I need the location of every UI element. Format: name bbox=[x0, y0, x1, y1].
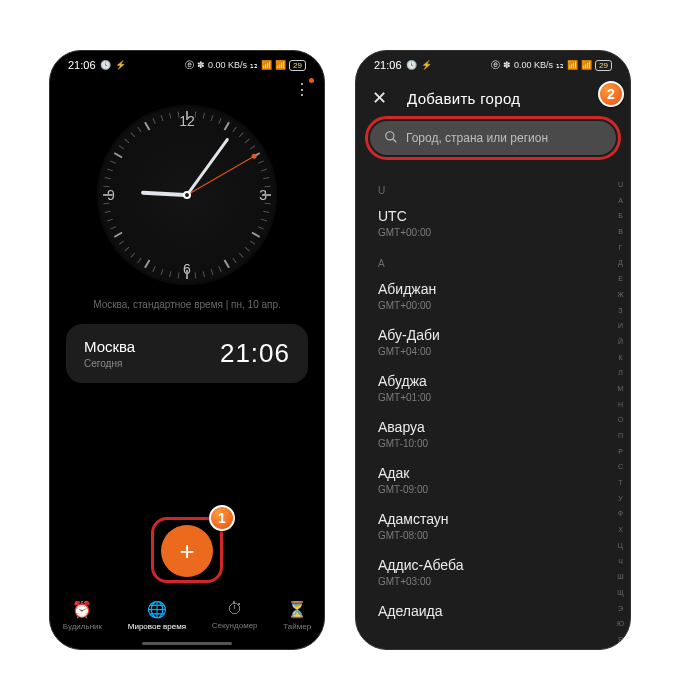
index-letter[interactable]: Щ bbox=[617, 589, 624, 596]
city-row[interactable]: Аделаида bbox=[378, 597, 608, 632]
city-row[interactable]: АбуджаGMT+01:00 bbox=[378, 367, 608, 413]
city-name: Аделаида bbox=[378, 603, 608, 619]
tab-Мировое время[interactable]: 🌐Мировое время bbox=[128, 600, 186, 631]
tab-Секундомер[interactable]: ⏱Секундомер bbox=[212, 600, 258, 630]
status-net: 0.00 KB/s bbox=[514, 60, 553, 70]
page-title: Добавить город bbox=[407, 90, 520, 107]
search-input[interactable]: Город, страна или регион bbox=[370, 121, 616, 155]
signal-icon: 📶 bbox=[261, 60, 272, 70]
city-row[interactable]: АбиджанGMT+00:00 bbox=[378, 275, 608, 321]
status-icon: ⚡ bbox=[421, 60, 432, 70]
index-letter[interactable]: И bbox=[617, 322, 624, 329]
status-icon: ₁₂ bbox=[250, 60, 258, 70]
index-letter[interactable]: Э bbox=[617, 605, 624, 612]
index-letter[interactable]: Е bbox=[617, 275, 624, 282]
status-icon: ✽ bbox=[197, 60, 205, 70]
city-subtitle: Сегодня bbox=[84, 358, 135, 369]
more-menu-icon[interactable]: ⋮ bbox=[294, 80, 308, 99]
second-hand bbox=[187, 156, 255, 196]
battery-icon: 29 bbox=[595, 60, 612, 71]
index-letter[interactable]: С bbox=[617, 463, 624, 470]
index-letter[interactable]: Г bbox=[617, 244, 624, 251]
index-letter[interactable]: К bbox=[617, 354, 624, 361]
tab-label: Мировое время bbox=[128, 622, 186, 631]
city-name: Аваруа bbox=[378, 419, 608, 435]
tab-icon: ⏰ bbox=[72, 600, 92, 619]
index-letter[interactable]: М bbox=[617, 385, 624, 392]
home-indicator bbox=[142, 642, 232, 645]
index-letter[interactable]: Ц bbox=[617, 542, 624, 549]
status-icon: ✽ bbox=[503, 60, 511, 70]
city-card[interactable]: Москва Сегодня 21:06 bbox=[66, 324, 308, 383]
index-letter[interactable]: У bbox=[617, 495, 624, 502]
city-gmt: GMT-09:00 bbox=[378, 484, 608, 495]
status-icon: 🕓 bbox=[100, 60, 111, 70]
index-letter[interactable]: Ю bbox=[617, 620, 624, 627]
status-icon: ⚡ bbox=[115, 60, 126, 70]
alpha-index[interactable]: UАБВГДЕЖЗИЙКЛМНОПРСТУФХЦЧШЩЭЮЯ bbox=[617, 181, 624, 643]
city-name: Адамстаун bbox=[378, 511, 608, 527]
index-letter[interactable]: А bbox=[617, 197, 624, 204]
status-net: 0.00 KB/s bbox=[208, 60, 247, 70]
city-row[interactable]: АдакGMT-09:00 bbox=[378, 459, 608, 505]
screen-world-clock: 21:06 🕓 ⚡ ⓔ ✽ 0.00 KB/s ₁₂ 📶 📶 29 ⋮ 12 3… bbox=[49, 50, 325, 650]
status-icon: 🕓 bbox=[406, 60, 417, 70]
city-row[interactable]: АдамстаунGMT-08:00 bbox=[378, 505, 608, 551]
index-letter[interactable]: О bbox=[617, 416, 624, 423]
city-name: UTC bbox=[378, 208, 608, 224]
index-letter[interactable]: Ш bbox=[617, 573, 624, 580]
index-letter[interactable]: Й bbox=[617, 338, 624, 345]
status-time: 21:06 bbox=[68, 59, 96, 71]
close-icon[interactable]: ✕ bbox=[372, 87, 387, 109]
svg-point-0 bbox=[386, 131, 394, 139]
city-gmt: GMT+01:00 bbox=[378, 392, 608, 403]
city-row[interactable]: Абу-ДабиGMT+04:00 bbox=[378, 321, 608, 367]
clock-center bbox=[183, 191, 191, 199]
add-city-fab[interactable]: + bbox=[161, 525, 213, 577]
status-bar: 21:06 🕓 ⚡ ⓔ ✽ 0.00 KB/s ₁₂ 📶 📶 29 bbox=[50, 51, 324, 75]
city-row[interactable]: Аддис-АбебаGMT+03:00 bbox=[378, 551, 608, 597]
index-letter[interactable]: П bbox=[617, 432, 624, 439]
city-name: Аддис-Абеба bbox=[378, 557, 608, 573]
index-letter[interactable]: U bbox=[617, 181, 624, 188]
svg-line-1 bbox=[393, 138, 397, 142]
index-letter[interactable]: Т bbox=[617, 479, 624, 486]
index-letter[interactable]: Р bbox=[617, 448, 624, 455]
index-letter[interactable]: Я bbox=[617, 636, 624, 643]
index-letter[interactable]: Д bbox=[617, 259, 624, 266]
city-name: Адак bbox=[378, 465, 608, 481]
index-letter[interactable]: Б bbox=[617, 212, 624, 219]
city-gmt: GMT+00:00 bbox=[378, 227, 608, 238]
tab-icon: ⏳ bbox=[287, 600, 307, 619]
tab-Будильник[interactable]: ⏰Будильник bbox=[63, 600, 102, 631]
index-letter[interactable]: Ж bbox=[617, 291, 624, 298]
city-row[interactable]: АваруаGMT-10:00 bbox=[378, 413, 608, 459]
tab-icon: ⏱ bbox=[227, 600, 243, 618]
index-letter[interactable]: Х bbox=[617, 526, 624, 533]
index-letter[interactable]: Л bbox=[617, 369, 624, 376]
index-letter[interactable]: Ф bbox=[617, 510, 624, 517]
tab-Таймер[interactable]: ⏳Таймер bbox=[283, 600, 311, 631]
city-gmt: GMT+03:00 bbox=[378, 576, 608, 587]
signal-icon: 📶 bbox=[567, 60, 578, 70]
tab-label: Секундомер bbox=[212, 621, 258, 630]
search-placeholder: Город, страна или регион bbox=[406, 131, 548, 145]
city-name: Абуджа bbox=[378, 373, 608, 389]
signal-icon: 📶 bbox=[581, 60, 592, 70]
index-letter[interactable]: Ч bbox=[617, 558, 624, 565]
index-letter[interactable]: З bbox=[617, 307, 624, 314]
analog-clock: 12 3 6 9 bbox=[97, 105, 277, 285]
city-row[interactable]: UTCGMT+00:00 bbox=[378, 202, 608, 248]
city-name: Абу-Даби bbox=[378, 327, 608, 343]
status-bar: 21:06 🕓 ⚡ ⓔ ✽ 0.00 KB/s ₁₂ 📶 📶 29 bbox=[356, 51, 630, 75]
status-icon: ₁₂ bbox=[556, 60, 564, 70]
annotation-badge: 2 bbox=[598, 81, 624, 107]
index-letter[interactable]: Н bbox=[617, 401, 624, 408]
city-list[interactable]: UUTCGMT+00:00ААбиджанGMT+00:00Абу-ДабиGM… bbox=[356, 175, 608, 649]
status-icon: ⓔ bbox=[491, 59, 500, 72]
signal-icon: 📶 bbox=[275, 60, 286, 70]
status-icon: ⓔ bbox=[185, 59, 194, 72]
index-letter[interactable]: В bbox=[617, 228, 624, 235]
timezone-caption: Москва, стандартное время | пн, 10 апр. bbox=[50, 299, 324, 310]
city-time: 21:06 bbox=[220, 338, 290, 369]
